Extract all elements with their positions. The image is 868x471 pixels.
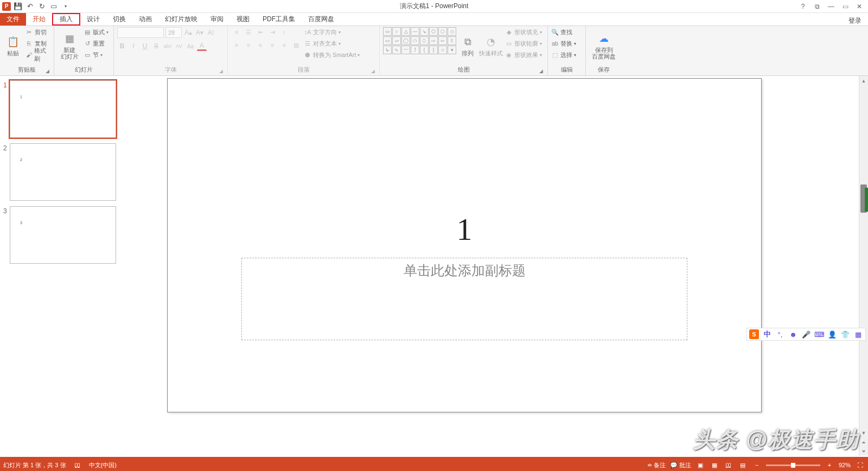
- slide-canvas-area[interactable]: 1 单击此处添加副标题: [119, 76, 868, 456]
- font-launcher-icon[interactable]: ◢: [218, 68, 224, 75]
- slideshow-view-icon[interactable]: ▤: [738, 460, 748, 470]
- sogou-icon[interactable]: S: [749, 329, 759, 339]
- slide-thumb-2[interactable]: 2 2: [3, 143, 116, 201]
- paste-button[interactable]: 📋 粘贴: [3, 27, 23, 64]
- smartart-button[interactable]: ⬢转换为 SmartArt▾: [304, 50, 360, 60]
- help-icon[interactable]: ?: [797, 2, 808, 11]
- paragraph-launcher-icon[interactable]: ◢: [369, 68, 376, 75]
- shapes-gallery[interactable]: ▭○△—↘⬠⬡◇ ▭▱◯⬭⬯⇨⇦⇧ ↳∿〰⤴{}☆▾: [383, 27, 456, 54]
- shape-fill-button[interactable]: ◆形状填充▾: [505, 27, 542, 37]
- reading-view-icon[interactable]: 🕮: [724, 460, 733, 470]
- slide-thumb-3[interactable]: 3 3: [3, 206, 116, 264]
- cut-button[interactable]: ✂剪切: [25, 27, 50, 37]
- tab-pdf[interactable]: PDF工具集: [256, 12, 302, 26]
- signin-link[interactable]: 登录: [842, 16, 868, 26]
- ime-lang-button[interactable]: 中: [762, 329, 772, 339]
- align-text-button[interactable]: ☰对齐文本▾: [304, 39, 360, 48]
- ime-user-icon[interactable]: 👤: [827, 329, 837, 339]
- prev-slide-icon[interactable]: ⏶: [859, 437, 868, 447]
- char-spacing-button[interactable]: AV: [174, 41, 184, 51]
- slide-thumbnail-pane[interactable]: 1 1 2 2 3 3: [0, 76, 119, 456]
- underline-button[interactable]: U: [140, 41, 150, 51]
- arrange-button[interactable]: ⧉ 排列: [458, 27, 477, 64]
- new-slide-button[interactable]: ▦ 新建 幻灯片: [58, 27, 81, 64]
- zoom-out-icon[interactable]: −: [752, 460, 762, 470]
- replace-button[interactable]: ab替换▾: [551, 39, 576, 48]
- justify-icon[interactable]: ≡: [267, 40, 278, 50]
- tab-review[interactable]: 审阅: [204, 12, 230, 26]
- increase-indent-icon[interactable]: ⇥: [267, 27, 278, 37]
- font-family-input[interactable]: [117, 27, 164, 38]
- tab-animations[interactable]: 动画: [132, 12, 158, 26]
- font-color-button[interactable]: A: [197, 41, 207, 51]
- ime-keyboard-icon[interactable]: ⌨: [814, 329, 824, 339]
- start-from-beginning-icon[interactable]: ▭: [49, 2, 59, 11]
- scroll-up-icon[interactable]: ▲: [859, 76, 868, 85]
- tab-file[interactable]: 文件: [0, 12, 26, 26]
- change-case-button[interactable]: Aa: [186, 41, 195, 51]
- text-direction-button[interactable]: ↕A文字方向▾: [304, 27, 360, 37]
- find-button[interactable]: 🔍查找: [551, 27, 576, 37]
- zoom-slider[interactable]: [766, 464, 820, 466]
- bullets-icon[interactable]: ≡: [231, 27, 242, 37]
- close-icon[interactable]: ✕: [854, 2, 865, 11]
- minimize-icon[interactable]: —: [826, 2, 837, 11]
- qat-dropdown-icon[interactable]: ▾: [61, 2, 71, 11]
- comments-button[interactable]: 💬 批注: [670, 461, 691, 469]
- slide-title-text[interactable]: 1: [168, 211, 761, 247]
- section-button[interactable]: ▭节▾: [84, 50, 108, 60]
- select-button[interactable]: ⬚选择▾: [551, 50, 576, 60]
- tab-baidu[interactable]: 百度网盘: [302, 12, 341, 26]
- subtitle-placeholder[interactable]: 单击此处添加副标题: [241, 258, 687, 340]
- scroll-down-icon[interactable]: ▼: [859, 428, 868, 437]
- ime-voice-icon[interactable]: 🎤: [801, 329, 811, 339]
- ime-emoji-icon[interactable]: ☻: [788, 329, 798, 339]
- undo-icon[interactable]: ↶: [25, 2, 35, 11]
- vertical-scrollbar[interactable]: ▲ ▼ ⏶ ⏷: [859, 76, 868, 456]
- ime-skin-icon[interactable]: 👕: [840, 329, 850, 339]
- format-painter-button[interactable]: 🖌格式刷: [25, 50, 50, 60]
- zoom-in-icon[interactable]: +: [825, 460, 834, 470]
- redo-icon[interactable]: ↻: [37, 2, 47, 11]
- numbering-icon[interactable]: ☰: [243, 27, 254, 37]
- notes-button[interactable]: ≐ 备注: [647, 461, 666, 469]
- reset-button[interactable]: ↺重置: [84, 39, 108, 48]
- columns-icon[interactable]: ▥: [291, 40, 302, 50]
- tab-transitions[interactable]: 切换: [106, 12, 132, 26]
- tab-slideshow[interactable]: 幻灯片放映: [158, 12, 204, 26]
- tab-home[interactable]: 开始: [26, 12, 52, 26]
- ribbon-options-icon[interactable]: ⧉: [812, 2, 822, 11]
- distribute-icon[interactable]: ≡: [279, 40, 290, 50]
- strike-button[interactable]: S: [151, 41, 161, 51]
- language-label[interactable]: 中文(中国): [89, 461, 117, 469]
- next-slide-icon[interactable]: ⏷: [859, 447, 868, 456]
- slide-thumb-1[interactable]: 1 1: [3, 80, 116, 138]
- clear-format-icon[interactable]: A⃠: [206, 28, 216, 37]
- decrease-font-icon[interactable]: A▾: [195, 28, 205, 37]
- tab-view[interactable]: 视图: [230, 12, 256, 26]
- font-size-input[interactable]: [165, 27, 182, 38]
- tab-design[interactable]: 设计: [80, 12, 106, 26]
- fit-to-window-icon[interactable]: ⛶: [855, 460, 865, 470]
- italic-button[interactable]: I: [129, 41, 138, 51]
- drawing-launcher-icon[interactable]: ◢: [538, 68, 544, 75]
- decrease-indent-icon[interactable]: ⇤: [255, 27, 266, 37]
- tab-insert[interactable]: 插入: [52, 13, 80, 26]
- bold-button[interactable]: B: [117, 41, 127, 51]
- zoom-level-label[interactable]: 92%: [839, 462, 851, 468]
- slide-count-label[interactable]: 幻灯片 第 1 张，共 3 张: [3, 461, 66, 469]
- shape-outline-button[interactable]: ▭形状轮廓▾: [505, 39, 542, 48]
- ime-punct-icon[interactable]: °,: [775, 329, 785, 339]
- align-center-icon[interactable]: ≡: [243, 40, 254, 50]
- shadow-button[interactable]: abc: [163, 41, 173, 51]
- align-right-icon[interactable]: ≡: [255, 40, 266, 50]
- normal-view-icon[interactable]: ▣: [695, 460, 705, 470]
- slide-canvas[interactable]: 1 单击此处添加副标题: [167, 78, 762, 412]
- increase-font-icon[interactable]: A▴: [183, 28, 193, 37]
- ime-toolbox-icon[interactable]: ▦: [853, 329, 863, 339]
- maximize-icon[interactable]: ▭: [840, 2, 851, 11]
- line-spacing-icon[interactable]: ↕: [279, 27, 290, 37]
- layout-button[interactable]: ▤版式▾: [84, 27, 108, 37]
- save-icon[interactable]: 💾: [13, 2, 23, 11]
- save-to-baidu-button[interactable]: ☁ 保存到 百度网盘: [589, 27, 618, 64]
